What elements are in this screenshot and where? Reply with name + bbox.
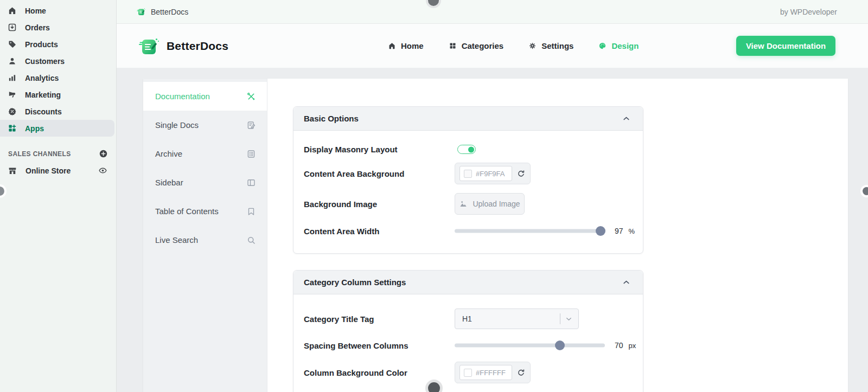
slider-handle[interactable] (555, 340, 565, 350)
content-area-background-reset-button[interactable] (516, 169, 526, 178)
topbar-byline: by WPDeveloper (780, 8, 837, 16)
slider-unit: % (629, 227, 635, 235)
app-nav-home[interactable]: Home (388, 41, 424, 50)
app-nav-label: Design (611, 41, 639, 50)
tools-icon (246, 92, 256, 101)
app-nav-settings[interactable]: Settings (528, 41, 573, 50)
background-image-upload-button[interactable]: Upload Image (455, 193, 525, 215)
tab-table-of-contents[interactable]: Table of Contents (143, 197, 267, 226)
spacing-between-columns-slider[interactable] (455, 338, 605, 353)
topbar-app-name: BetterDocs (151, 8, 188, 16)
app-body: DocumentationSingle DocsArchiveSidebarTa… (117, 68, 868, 392)
sidebar-item-label: Customers (25, 57, 65, 66)
tab-label: Documentation (155, 92, 210, 101)
tab-sidebar[interactable]: Sidebar (143, 168, 267, 197)
view-documentation-button[interactable]: View Documentation (736, 36, 835, 56)
color-value: #FFFFFF (476, 369, 506, 377)
brand-name: BetterDocs (167, 40, 228, 53)
sidebar-item-label: Discounts (25, 107, 62, 116)
slider-track[interactable] (455, 229, 605, 233)
setting-row-content-area-background: Content Area Background#F9F9FA (304, 163, 630, 184)
add-sales-channel-button[interactable] (99, 149, 108, 158)
panel-collapse-button[interactable] (622, 114, 631, 123)
column-background-color-reset-button[interactable] (516, 368, 526, 377)
display-masonry-layout-toggle[interactable] (457, 145, 476, 154)
slider-track[interactable] (455, 344, 605, 348)
slider-handle[interactable] (596, 226, 605, 236)
apps-icon (8, 124, 17, 133)
sidebar-item-label: Marketing (25, 91, 61, 99)
marketing-icon (8, 90, 17, 99)
slider-value: 70 (615, 341, 623, 350)
design-tabs: DocumentationSingle DocsArchiveSidebarTa… (143, 79, 267, 392)
categories-icon (449, 42, 457, 50)
setting-label: Column Background Color (304, 368, 455, 377)
sidebar-item-home[interactable]: Home (0, 2, 114, 19)
sidebar-item-label: Apps (25, 124, 44, 133)
content-area-background-color-field: #F9F9FA (455, 163, 531, 184)
customers-icon (8, 56, 17, 66)
sidebar-item-customers[interactable]: Customers (0, 53, 114, 69)
slider-unit: px (629, 342, 636, 350)
app-nav-label: Categories (462, 41, 504, 50)
panel-body: Category Title TagH1Spacing Between Colu… (293, 294, 643, 392)
panel-title: Basic Options (304, 114, 359, 123)
home-icon (388, 42, 396, 50)
eye-icon[interactable] (98, 166, 107, 175)
sidebar-item-label: Orders (25, 23, 50, 32)
shopify-nav: HomeOrdersProductsCustomersAnalyticsMark… (0, 2, 116, 137)
search-icon (246, 235, 256, 245)
color-swatch[interactable] (464, 369, 472, 377)
setting-label: Content Area Width (304, 227, 455, 236)
sidebar-item-products[interactable]: Products (0, 36, 114, 53)
setting-label: Content Area Background (304, 169, 455, 178)
doc-lines-icon (246, 149, 256, 159)
layout-icon (246, 178, 256, 188)
tab-label: Table of Contents (155, 207, 219, 216)
setting-label: Category Title Tag (304, 314, 455, 324)
setting-row-display-masonry-layout: Display Masonry Layout (304, 145, 630, 154)
panel-title: Category Column Settings (304, 278, 406, 287)
tab-label: Archive (155, 149, 182, 158)
tab-label: Live Search (155, 235, 198, 245)
recording-dot-right (863, 187, 868, 195)
doc-edit-icon (246, 120, 256, 130)
app-nav-design[interactable]: Design (598, 41, 639, 50)
column-background-color-color-field: #FFFFFF (455, 362, 531, 383)
panel-header[interactable]: Category Column Settings (293, 271, 643, 294)
tab-single-docs[interactable]: Single Docs (143, 111, 267, 139)
color-swatch[interactable] (464, 170, 472, 178)
upload-button-label: Upload Image (473, 200, 520, 208)
tab-live-search[interactable]: Live Search (143, 226, 267, 254)
app-header: BetterDocs HomeCategoriesSettingsDesign … (117, 24, 868, 68)
sidebar-item-apps[interactable]: Apps (0, 120, 114, 137)
sidebar-item-discounts[interactable]: Discounts (0, 103, 114, 120)
slider-value: 97 (615, 227, 623, 235)
sidebar-item-marketing[interactable]: Marketing (0, 86, 114, 103)
setting-label: Spacing Between Columns (304, 341, 455, 350)
sidebar-item-orders[interactable]: Orders (0, 19, 114, 36)
setting-row-spacing-between-columns: Spacing Between Columns70px (304, 338, 630, 353)
column-background-color-color-input[interactable]: #FFFFFF (459, 365, 512, 380)
sidebar-item-label: Analytics (25, 74, 59, 82)
tab-label: Single Docs (155, 120, 199, 130)
content-area-width-slider[interactable] (455, 223, 605, 239)
setting-row-category-title-tag: Category Title TagH1 (304, 309, 630, 329)
category-title-tag-select[interactable]: H1 (455, 309, 579, 329)
embedded-app-topbar: BetterDocs by WPDeveloper (117, 0, 868, 24)
sidebar-item-label: Products (25, 40, 58, 49)
cursor-click-dot (428, 382, 440, 392)
tab-documentation[interactable]: Documentation (143, 82, 267, 111)
toggle-knob (468, 146, 474, 152)
content-area-background-color-input[interactable]: #F9F9FA (459, 166, 512, 181)
channel-item-online-store[interactable]: Online Store (0, 162, 116, 179)
panel-category-column-settings: Category Column SettingsCategory Title T… (293, 270, 643, 392)
app-nav: HomeCategoriesSettingsDesign (388, 24, 639, 68)
app-nav-categories[interactable]: Categories (449, 41, 504, 50)
tab-archive[interactable]: Archive (143, 139, 267, 168)
settings-content: Basic OptionsDisplay Masonry LayoutConte… (267, 79, 848, 392)
panel-header[interactable]: Basic Options (293, 107, 643, 131)
setting-row-background-image: Background ImageUpload Image (304, 193, 630, 215)
sidebar-item-analytics[interactable]: Analytics (0, 69, 114, 86)
panel-collapse-button[interactable] (622, 278, 631, 287)
